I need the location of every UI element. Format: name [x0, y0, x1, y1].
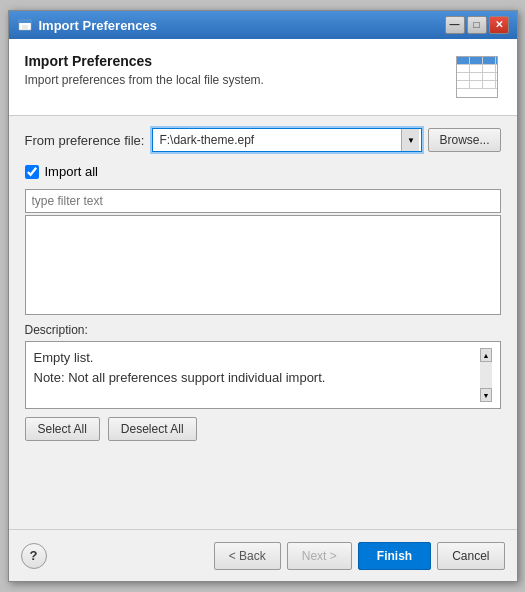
- description-box: Empty list. Note: Not all preferences su…: [25, 341, 501, 409]
- import-all-label: Import all: [45, 164, 98, 179]
- spreadsheet-icon: [456, 56, 498, 98]
- select-buttons-row: Select All Deselect All: [25, 417, 501, 441]
- deselect-all-button[interactable]: Deselect All: [108, 417, 197, 441]
- scroll-down-arrow[interactable]: ▼: [480, 388, 492, 402]
- cancel-button[interactable]: Cancel: [437, 542, 504, 570]
- scroll-track[interactable]: [480, 362, 492, 388]
- header-icon: [453, 53, 501, 101]
- description-line1: Empty list.: [34, 348, 480, 368]
- help-button[interactable]: ?: [21, 543, 47, 569]
- description-label: Description:: [25, 323, 501, 337]
- header-text: Import Preferences Import preferences fr…: [25, 53, 443, 87]
- header-section: Import Preferences Import preferences fr…: [9, 39, 517, 116]
- browse-button[interactable]: Browse...: [428, 128, 500, 152]
- description-scrollbar[interactable]: ▲ ▼: [480, 348, 492, 402]
- minimize-button[interactable]: —: [445, 16, 465, 34]
- description-line2: Note: Not all preferences support indivi…: [34, 368, 480, 388]
- description-text: Empty list. Note: Not all preferences su…: [34, 348, 480, 402]
- preferences-list[interactable]: [25, 215, 501, 315]
- import-all-row: Import all: [25, 164, 501, 179]
- close-button[interactable]: ✕: [489, 16, 509, 34]
- footer-right: < Back Next > Finish Cancel: [214, 542, 505, 570]
- window-controls: — □ ✕: [445, 16, 509, 34]
- footer-left: ?: [21, 543, 214, 569]
- next-button[interactable]: Next >: [287, 542, 352, 570]
- import-preferences-dialog: Import Preferences — □ ✕ Import Preferen…: [8, 10, 518, 582]
- finish-button[interactable]: Finish: [358, 542, 431, 570]
- file-combo[interactable]: ▼: [152, 128, 422, 152]
- file-label: From preference file:: [25, 133, 145, 148]
- file-input-wrapper: ▼ Browse...: [152, 128, 500, 152]
- title-bar: Import Preferences — □ ✕: [9, 11, 517, 39]
- file-row: From preference file: ▼ Browse...: [25, 128, 501, 152]
- file-path-input[interactable]: [155, 133, 401, 147]
- svg-rect-1: [19, 20, 31, 23]
- combo-dropdown-arrow[interactable]: ▼: [401, 129, 419, 151]
- dialog-subtitle: Import preferences from the local file s…: [25, 73, 443, 87]
- select-all-button[interactable]: Select All: [25, 417, 100, 441]
- footer: ? < Back Next > Finish Cancel: [9, 529, 517, 581]
- import-all-checkbox[interactable]: [25, 165, 39, 179]
- window-title: Import Preferences: [39, 18, 445, 33]
- dialog-title: Import Preferences: [25, 53, 443, 69]
- back-button[interactable]: < Back: [214, 542, 281, 570]
- filter-input[interactable]: [25, 189, 501, 213]
- window-icon: [17, 17, 33, 33]
- maximize-button[interactable]: □: [467, 16, 487, 34]
- content-area: From preference file: ▼ Browse... Import…: [9, 116, 517, 529]
- scroll-up-arrow[interactable]: ▲: [480, 348, 492, 362]
